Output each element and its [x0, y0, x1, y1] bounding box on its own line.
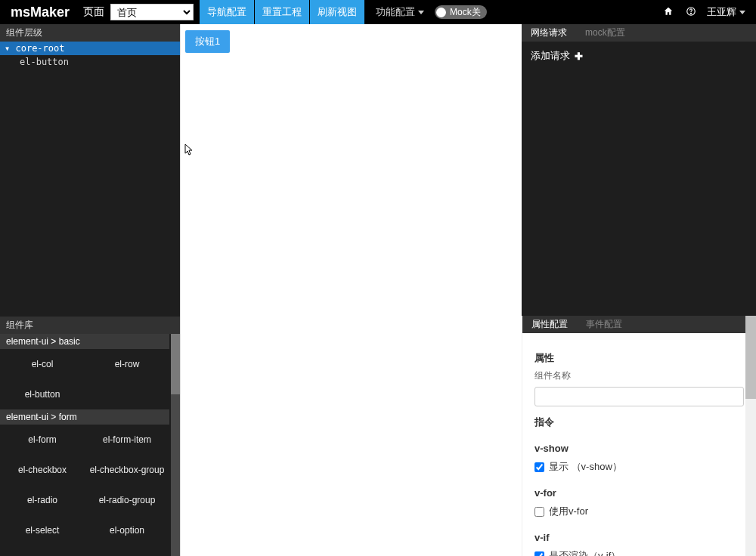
topbar: msMaker 页面 首页 导航配置 重置工程 刷新视图 功能配置 Mock关 …: [0, 0, 756, 24]
nav-config-button[interactable]: 导航配置: [200, 0, 254, 24]
lib-item[interactable]: el-checkbox: [0, 455, 85, 485]
lib-item[interactable]: el-switch: [85, 545, 169, 556]
lib-item[interactable]: el-option: [85, 515, 169, 545]
help-icon[interactable]: [686, 6, 696, 19]
lib-group-header[interactable]: element-ui > form: [0, 409, 169, 425]
user-menu[interactable]: 王亚辉: [707, 5, 745, 19]
toggle-dot-icon: [436, 8, 446, 17]
library-header: 组件库: [0, 317, 180, 334]
library: element-ui > basic el-col el-row el-butt…: [0, 334, 180, 556]
vshow-checkbox[interactable]: 显示 （v-show）: [534, 460, 744, 474]
chevron-down-icon: [739, 11, 745, 14]
svg-point-1: [691, 13, 692, 14]
plus-icon: ✚: [575, 51, 583, 62]
attr-section-title: 属性: [534, 351, 744, 365]
hierarchy-tree: core-root el-button: [0, 42, 180, 317]
page-select[interactable]: 首页: [110, 4, 194, 20]
reset-project-button[interactable]: 重置工程: [255, 0, 309, 24]
canvas[interactable]: 按钮1: [180, 24, 522, 556]
cursor-icon: [184, 144, 194, 158]
tab-mock-config[interactable]: mock配置: [576, 24, 634, 42]
lib-group-header[interactable]: element-ui > basic: [0, 334, 169, 349]
lib-group: element-ui > basic el-col el-row el-butt…: [0, 334, 180, 409]
lib-item[interactable]: el-col: [0, 349, 85, 379]
tree-node-root[interactable]: core-root: [0, 42, 180, 55]
vif-checkbox[interactable]: 是否渲染（v-if）: [534, 549, 744, 556]
lib-item[interactable]: el-radio-group: [85, 485, 169, 515]
lib-item[interactable]: el-select: [0, 515, 85, 545]
property-panel: 属性配置 事件配置 属性 组件名称 指令 v-show 显示 （v-show） …: [522, 316, 756, 556]
vfor-checkbox[interactable]: 使用v-for: [534, 505, 744, 518]
lib-item[interactable]: el-radio: [0, 485, 85, 515]
vif-title: v-if: [534, 532, 744, 543]
lib-item[interactable]: el-row: [85, 349, 169, 379]
lib-item[interactable]: el-input: [0, 545, 85, 556]
tab-event-config[interactable]: 事件配置: [577, 316, 631, 333]
tab-attr-config[interactable]: 属性配置: [522, 316, 577, 333]
refresh-view-button[interactable]: 刷新视图: [310, 0, 364, 24]
lib-item[interactable]: el-button: [0, 379, 85, 409]
directive-section-title: 指令: [534, 415, 744, 429]
page-label: 页面: [80, 5, 110, 19]
canvas-button[interactable]: 按钮1: [185, 30, 230, 53]
component-name-input[interactable]: [534, 387, 744, 406]
tree-node-child[interactable]: el-button: [0, 55, 180, 69]
vshow-title: v-show: [534, 443, 744, 454]
tab-network-request[interactable]: 网络请求: [522, 24, 576, 42]
home-icon[interactable]: [663, 6, 674, 19]
hierarchy-header: 组件层级: [0, 24, 180, 42]
library-scrollbar[interactable]: [171, 334, 180, 556]
lib-group: element-ui > form el-form el-form-item e…: [0, 409, 180, 556]
mock-toggle[interactable]: Mock关: [435, 5, 487, 19]
component-name-label: 组件名称: [534, 369, 744, 382]
brand: msMaker: [0, 5, 80, 20]
right-panel: 网络请求 mock配置 添加请求✚ 属性配置 事件配置 属性 组件名称 指令 v…: [522, 24, 756, 556]
func-config-menu[interactable]: 功能配置: [376, 5, 424, 19]
add-request-button[interactable]: 添加请求✚: [522, 42, 756, 70]
lib-item[interactable]: el-form: [0, 425, 85, 455]
request-panel: 网络请求 mock配置 添加请求✚: [522, 24, 756, 316]
property-scrollbar[interactable]: [745, 316, 756, 556]
chevron-down-icon: [418, 11, 424, 14]
vfor-title: v-for: [534, 487, 744, 499]
left-panel: 组件层级 core-root el-button 组件库 element-ui …: [0, 24, 180, 556]
lib-item[interactable]: el-checkbox-group: [85, 455, 169, 485]
lib-item[interactable]: el-form-item: [85, 425, 169, 455]
